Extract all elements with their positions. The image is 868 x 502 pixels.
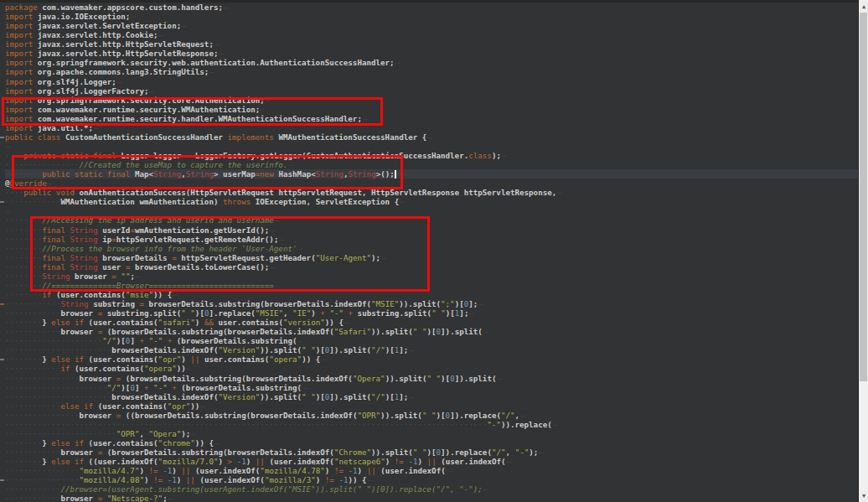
code-token: import xyxy=(5,123,38,132)
code-line[interactable]: import java.util.*;– xyxy=(5,123,858,132)
code-line[interactable]: ········final String ip=httpServletReque… xyxy=(5,235,858,244)
code-token: browserDetails.substring(browserDetails.… xyxy=(149,299,372,308)
code-line[interactable]: ················"mozilla/4.08") != -1) |… xyxy=(5,475,858,484)
code-line[interactable]: import org.slf4j.Logger;– xyxy=(5,77,858,86)
code-line[interactable]: ········} else if (user.contains("chrome… xyxy=(5,438,858,448)
code-token: != xyxy=(395,457,409,466)
code-line[interactable]: import javax.servlet.http.HttpServletReq… xyxy=(5,39,858,49)
eol-marker: – xyxy=(298,336,303,345)
code-line[interactable]: ························"OPR", "Opera");… xyxy=(5,429,858,438)
code-line[interactable]: ············browser = (browserDetails.su… xyxy=(5,327,858,336)
code-line[interactable]: ············String substring = browserDe… xyxy=(5,299,858,308)
code-token: String xyxy=(70,225,102,235)
code-line[interactable]: import org.springframework.security.web.… xyxy=(5,58,858,67)
code-line[interactable]: ············else if (user.contains("opr"… xyxy=(5,401,858,411)
code-line[interactable]: ······················"/")[0] + "-" + (b… xyxy=(5,383,858,392)
code-token: )) { xyxy=(302,355,320,364)
scrollbar-thumb[interactable] xyxy=(860,13,867,381)
code-token: )[ xyxy=(437,411,446,420)
vertical-scrollbar[interactable]: ▲ ▼ xyxy=(858,0,868,502)
code-line[interactable]: – xyxy=(5,142,858,151)
code-line[interactable]: ········//Process the browser info from … xyxy=(5,244,858,253)
code-line[interactable]: ············browser = "Netscape-?";– xyxy=(5,494,858,502)
indent-whitespace-dots: ······················· xyxy=(5,345,111,355)
code-line[interactable]: import org.apache.commons.lang3.StringUt… xyxy=(5,67,858,76)
code-token: "-" xyxy=(515,448,530,457)
code-line[interactable]: ········} else if ((user.indexOf("mozill… xyxy=(5,457,858,466)
indent-whitespace-dots: ················ xyxy=(5,374,80,383)
scroll-down-button[interactable]: ▼ xyxy=(860,490,868,501)
code-line[interactable]: ················browser = (browserDetail… xyxy=(5,374,858,383)
code-token: "mozilla/4.78" xyxy=(260,466,324,475)
code-line[interactable]: ········if (user.contains("msie")) {– xyxy=(5,290,858,299)
code-line[interactable]: ········//==============Browser=========… xyxy=(5,281,858,290)
code-line[interactable]: ········//Accessing the ip address and u… xyxy=(5,215,858,225)
code-token: import xyxy=(5,30,38,39)
code-line[interactable]: ············browser = substring.split(" … xyxy=(5,308,858,318)
code-line[interactable]: ····private static final Logger logger =… xyxy=(5,151,858,160)
code-token: "opr" xyxy=(158,355,182,364)
code-line[interactable]: ················//Created the useMap to … xyxy=(5,160,858,169)
code-line[interactable]: – xyxy=(5,206,858,215)
code-line[interactable]: ········String browser = "";– xyxy=(5,272,858,281)
code-line[interactable]: import com.wavemaker.runtime.security.ha… xyxy=(5,114,858,123)
code-line[interactable]: ········public static final Map<String,S… xyxy=(5,169,858,179)
fold-marker[interactable] xyxy=(0,137,4,138)
code-token: || xyxy=(367,466,381,475)
code-token: ] xyxy=(135,383,144,392)
code-line[interactable]: import javax.servlet.http.HttpServletRes… xyxy=(5,49,858,58)
code-token: = xyxy=(98,494,107,502)
code-token: (user.contains( xyxy=(98,401,168,411)
code-line[interactable]: ············//browser=(userAgent.substri… xyxy=(5,484,858,494)
code-line[interactable]: ················"mozilla/4.7") != -1) ||… xyxy=(5,466,858,475)
code-token: String xyxy=(60,299,93,308)
code-line[interactable]: ·······················browserDetails.in… xyxy=(5,345,858,355)
code-area[interactable]: package com.wavemaker.appscore.custom.ha… xyxy=(0,0,858,502)
code-line[interactable]: import org.slf4j.LoggerFactory;– xyxy=(5,86,858,96)
eol-marker: – xyxy=(427,132,432,142)
code-line[interactable]: package com.wavemaker.appscore.custom.ha… xyxy=(5,3,858,12)
code-token: browser xyxy=(60,308,97,318)
code-line[interactable]: ····public void onAuthenticationSuccess(… xyxy=(5,188,858,197)
code-line[interactable]: @Override– xyxy=(5,179,858,188)
code-line[interactable]: import com.wavemaker.runtime.security.WM… xyxy=(5,105,858,114)
code-line[interactable]: ········} else if (user.contains("safari… xyxy=(5,318,858,327)
code-line[interactable]: import javax.servlet.ServletException;– xyxy=(5,21,858,30)
code-token: )).split( xyxy=(371,327,413,336)
code-line[interactable]: ········································… xyxy=(5,420,858,429)
code-line[interactable]: ················browser = ((browserDetai… xyxy=(5,411,858,420)
code-token: ) xyxy=(325,466,334,475)
indent-whitespace-dots: ···· xyxy=(5,151,23,160)
code-token: browser xyxy=(75,272,111,281)
code-line[interactable]: ·······················browserDetails.in… xyxy=(5,392,858,401)
code-token: + xyxy=(163,336,177,345)
code-token: implements xyxy=(228,132,279,142)
indent-whitespace-dots: ············ xyxy=(5,484,60,494)
code-line[interactable]: public class CustomAuthenticationSuccess… xyxy=(5,132,858,142)
code-token: HashMap< xyxy=(278,169,315,179)
fold-marker[interactable] xyxy=(0,479,4,481)
code-line[interactable]: ············if (user.contains("opera"))– xyxy=(5,364,858,373)
code-token: (user.indexOf( xyxy=(380,466,445,475)
code-line[interactable]: import javax.servlet.http.Cookie;– xyxy=(5,30,858,39)
indent-whitespace-dots: ········ xyxy=(5,215,42,225)
code-line[interactable]: ········} else if (user.contains("opr") … xyxy=(5,355,858,364)
scroll-up-button[interactable]: ▲ xyxy=(860,1,868,12)
code-token: import xyxy=(5,67,38,76)
code-line[interactable]: import org.springframework.security.core… xyxy=(5,96,858,105)
eol-marker: – xyxy=(409,392,414,401)
code-token: )).split( xyxy=(385,374,427,383)
code-token: } xyxy=(42,457,51,466)
code-line[interactable]: ············WMAuthentication wmAuthentic… xyxy=(5,197,858,206)
code-line[interactable]: ············browser = (browserDetails.su… xyxy=(5,448,858,457)
code-line[interactable]: ········final String browserDetails = ht… xyxy=(5,253,858,262)
fold-marker[interactable] xyxy=(0,359,4,360)
code-line[interactable]: ········final String userId=wmAuthentica… xyxy=(5,225,858,235)
fold-marker[interactable] xyxy=(0,201,4,203)
code-line[interactable]: ·····················"/")[0] + "-" + (br… xyxy=(5,336,858,345)
code-line[interactable]: ········final String user = browserDetai… xyxy=(5,262,858,272)
indent-whitespace-dots: ················ xyxy=(5,411,80,420)
eol-marker: – xyxy=(219,49,224,58)
code-token: (browserDetails.substring( xyxy=(177,336,297,345)
code-line[interactable]: import java.io.IOException;– xyxy=(5,12,858,21)
